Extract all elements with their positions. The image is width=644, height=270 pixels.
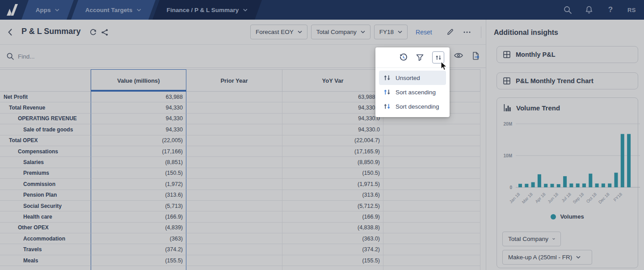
menu-item-sort-ascending[interactable]: Sort ascending bbox=[379, 85, 446, 99]
filter-icon[interactable] bbox=[416, 54, 424, 61]
sort-popover: Unsorted Sort ascending Sort descending bbox=[375, 47, 450, 117]
sort-arrows-icon bbox=[383, 89, 391, 96]
menu-item-unsorted[interactable]: Unsorted bbox=[379, 71, 446, 85]
sort-arrows-icon bbox=[383, 74, 391, 81]
menu-item-label: Unsorted bbox=[396, 75, 420, 81]
sort-menu: Unsorted Sort ascending Sort descending bbox=[375, 68, 450, 117]
history-icon[interactable] bbox=[399, 53, 408, 62]
sort-arrows-icon bbox=[435, 55, 442, 61]
sort-arrows-icon bbox=[383, 103, 391, 110]
menu-item-sort-descending[interactable]: Sort descending bbox=[379, 99, 446, 114]
menu-item-label: Sort ascending bbox=[396, 89, 436, 96]
mouse-cursor bbox=[441, 61, 448, 71]
modal-scrim bbox=[0, 0, 644, 270]
popover-toolbar bbox=[375, 47, 450, 68]
menu-item-label: Sort descending bbox=[396, 103, 439, 110]
